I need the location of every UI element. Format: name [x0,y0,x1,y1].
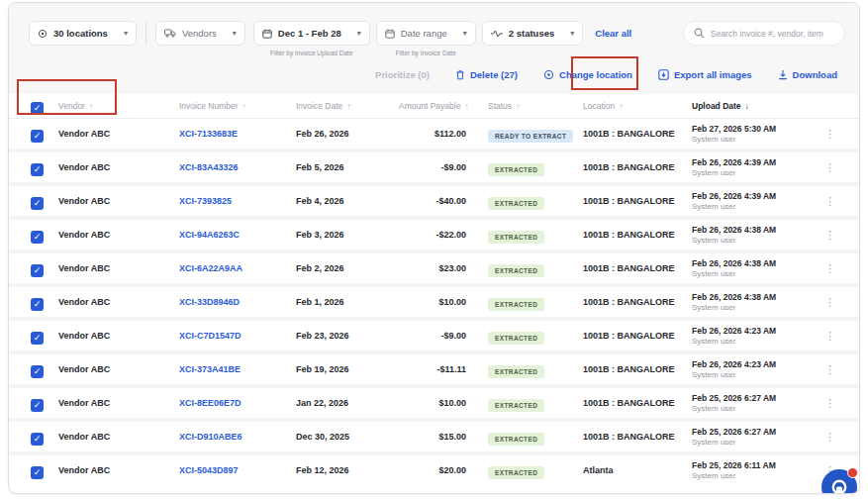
row-checkbox[interactable]: ✓ [31,399,44,412]
delete-button-label: Delete (27) [470,69,518,80]
location-cell: 1001B : BANGALORE [583,432,692,442]
invoice-number-link[interactable]: XCI-8EE06E7D [179,398,296,408]
check-icon: ✓ [34,334,42,343]
download-icon [778,69,788,80]
trash-icon [455,69,465,80]
row-menu-button[interactable]: ⋮ [816,363,845,376]
statuses-filter[interactable]: 2 statuses ▾ [482,21,584,46]
row-checkbox[interactable]: ✓ [31,433,44,446]
row-menu-button[interactable]: ⋮ [816,431,845,444]
location-cell: 1001B : BANGALORE [583,162,692,172]
status-badge: EXTRACTED [488,365,544,378]
status-badge: EXTRACTED [488,264,544,277]
table-row: ✓ Vendor ABC XCI-373A41BE Feb 19, 2026 -… [9,354,859,384]
upload-date-filter[interactable]: Dec 1 - Feb 28 ▾ [253,21,370,46]
row-checkbox[interactable]: ✓ [31,197,44,210]
column-header-vendor[interactable]: Vendor↑ [58,101,179,111]
column-header-status[interactable]: Status↑ [488,101,583,111]
invoice-date-filter-label: Date range [401,28,447,39]
vendor-cell: Vendor ABC [58,162,179,172]
location-cell: 1001B : BANGALORE [583,331,692,341]
invoice-number-link[interactable]: XCI-7133683E [179,129,296,139]
change-location-button-label: Change location [559,69,632,80]
statuses-filter-label: 2 statuses [509,28,554,39]
status-badge: READY TO EXTRACT [488,130,573,143]
filter-toolbar: 30 locations ▾ Vendors ▾ Dec 1 - Feb 28 [9,3,859,94]
status-badge: EXTRACTED [488,466,544,479]
truck-icon [164,29,176,38]
invoice-number-link[interactable]: XCI-5043D897 [179,465,296,475]
invoice-number-link[interactable]: XCI-94A6263C [179,230,296,240]
select-all-checkbox[interactable]: ✓ [31,102,44,115]
chevron-down-icon: ▾ [124,29,128,38]
invoice-date-cell: Dec 30, 2025 [296,432,399,442]
upload-date-cell: Feb 25, 2026 6:11 AM System user [692,460,816,481]
column-header-invoice-number[interactable]: Invoice Number↑ [179,101,296,111]
row-menu-button[interactable]: ⋮ [816,161,845,174]
invoice-number-link[interactable]: XCI-C7D1547D [179,331,296,341]
vendors-filter[interactable]: Vendors ▾ [155,21,245,46]
search-input[interactable] [711,29,834,39]
row-checkbox[interactable]: ✓ [31,264,44,277]
invoice-date-cell: Feb 4, 2026 [296,196,399,206]
export-all-images-button[interactable]: Export all images [658,69,752,80]
delete-button[interactable]: Delete (27) [455,69,518,80]
amount-payable-cell: -$22.00 [399,230,488,240]
prioritize-button[interactable]: Prioritize (0) [375,69,430,80]
row-checkbox[interactable]: ✓ [31,298,44,311]
chat-notification-badge [847,467,858,478]
sort-asc-icon: ↑ [619,102,623,111]
table-row: ✓ Vendor ABC XCI-7393825 Feb 4, 2026 -$4… [9,186,859,216]
check-icon: ✓ [34,435,42,444]
row-menu-button[interactable]: ⋮ [816,195,845,208]
column-header-invoice-date[interactable]: Invoice Date↑ [296,101,399,111]
row-checkbox[interactable]: ✓ [31,231,44,244]
row-checkbox[interactable]: ✓ [31,163,44,176]
check-icon: ✓ [34,300,42,309]
amount-payable-cell: -$9.00 [399,162,488,172]
invoice-number-link[interactable]: XCI-33D8946D [179,297,296,307]
row-menu-button[interactable]: ⋮ [816,330,845,343]
row-menu-button[interactable]: ⋮ [816,229,845,242]
change-location-button[interactable]: Change location [543,69,632,80]
locations-filter-label: 30 locations [53,28,108,39]
row-checkbox[interactable]: ✓ [31,332,44,345]
invoice-date-filter[interactable]: Date range ▾ [376,21,476,46]
check-icon: ✓ [34,165,42,174]
invoice-number-link[interactable]: XCI-373A41BE [179,364,296,374]
amount-payable-cell: -$40.00 [399,196,488,206]
invoice-number-link[interactable]: XCI-D910ABE6 [179,432,296,442]
row-menu-button[interactable]: ⋮ [816,262,845,275]
invoice-number-link[interactable]: XCI-7393825 [179,196,296,206]
status-badge: EXTRACTED [488,332,544,345]
table-row: ✓ Vendor ABC XCI-6A22A9AA Feb 2, 2026 $2… [9,253,859,283]
sort-asc-icon: ↑ [516,102,520,111]
row-checkbox[interactable]: ✓ [31,466,44,479]
chevron-down-icon: ▾ [357,29,361,38]
row-checkbox[interactable]: ✓ [31,130,44,143]
search-box[interactable] [683,21,845,46]
status-badge: EXTRACTED [488,399,544,412]
vendor-cell: Vendor ABC [58,432,179,442]
vendor-cell: Vendor ABC [58,263,179,273]
invoice-date-cell: Feb 23, 2026 [296,331,399,341]
column-header-location[interactable]: Location↑ [583,101,692,111]
vendors-filter-label: Vendors [182,28,217,39]
invoice-number-link[interactable]: XCI-83A43326 [179,162,296,172]
row-menu-button[interactable]: ⋮ [816,397,845,410]
row-menu-button[interactable]: ⋮ [816,296,845,309]
clear-all-link[interactable]: Clear all [595,28,631,39]
location-cell: 1001B : BANGALORE [583,263,692,273]
location-cell: 1001B : BANGALORE [583,196,692,206]
invoice-number-link[interactable]: XCI-6A22A9AA [179,263,296,273]
download-button[interactable]: Download [778,69,837,80]
row-menu-button[interactable]: ⋮ [816,128,845,141]
column-header-amount-payable[interactable]: Amount Payable↑ [399,101,488,111]
bulk-actions-bar: Prioritize (0) Delete (27) Change locati… [29,69,845,80]
row-checkbox[interactable]: ✓ [31,365,44,378]
chevron-down-icon: ▾ [463,29,467,38]
check-icon: ✓ [34,468,42,477]
column-header-upload-date[interactable]: Upload Date↓ [692,101,816,111]
sort-asc-icon: ↑ [89,102,93,111]
locations-filter[interactable]: 30 locations ▾ [29,21,137,46]
